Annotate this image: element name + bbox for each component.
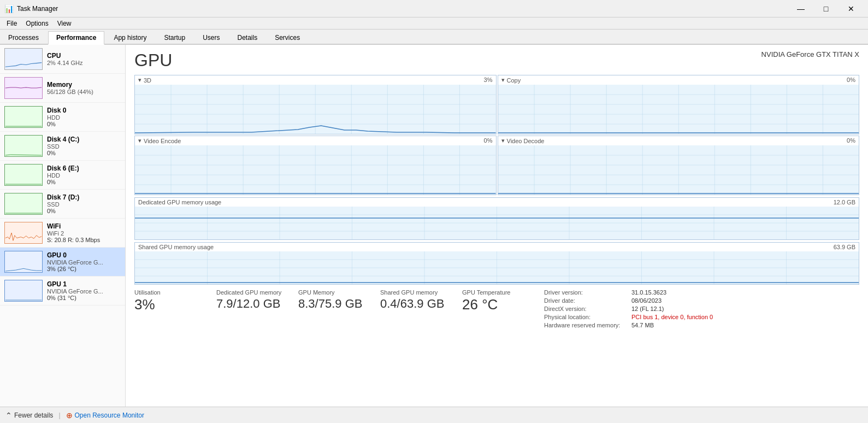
separator: | (58, 412, 60, 419)
sidebar-item-cpu[interactable]: CPU 2% 4.14 GHz (0, 45, 125, 74)
menu-view[interactable]: View (53, 19, 76, 28)
chart-shared-header: Shared GPU memory usage 63.9 GB (135, 243, 859, 251)
chart-copy-value: 0% (847, 77, 855, 84)
dedicated-gpu-mem-value: 7.9/12.0 GB (216, 297, 282, 311)
disk7-label: Disk 7 (D:) (47, 193, 121, 201)
chart-video-encode-canvas (135, 145, 496, 195)
physical-location-value: PCI bus 1, device 0, function 0 (631, 314, 713, 320)
chart-3d: ▾ 3D 3% (134, 75, 497, 134)
memory-sub: 56/128 GB (44%) (47, 89, 121, 95)
gpu0-val: 3% (26 °C) (47, 266, 121, 272)
tab-apphistory[interactable]: App history (105, 31, 155, 44)
chevron-up-icon: ⌃ (5, 411, 12, 420)
tab-performance[interactable]: Performance (48, 31, 104, 45)
shared-gpu-mem-value: 0.4/63.9 GB (380, 297, 446, 311)
detail-header: GPU NVIDIA GeForce GTX TITAN X (134, 50, 859, 70)
sidebar-item-disk7[interactable]: Disk 7 (D:) SSD 0% (0, 190, 125, 219)
menu-options[interactable]: Options (21, 19, 52, 28)
chevron-down-icon-decode: ▾ (501, 137, 505, 144)
gpu-model: NVIDIA GeForce GTX TITAN X (761, 50, 859, 58)
driver-date-value: 08/06/2023 (631, 297, 662, 304)
chevron-down-icon-copy: ▾ (501, 77, 505, 84)
close-button[interactable]: ✕ (839, 0, 864, 17)
disk4-sub: SSD (47, 143, 121, 150)
chart-video-encode-header: ▾ Video Encode 0% (135, 136, 496, 145)
tab-details[interactable]: Details (229, 31, 265, 44)
disk0-info: Disk 0 HDD 0% (47, 107, 121, 127)
disk7-sub: SSD (47, 201, 121, 208)
chart-dedicated-canvas (135, 207, 859, 239)
tab-services[interactable]: Services (267, 31, 308, 44)
memory-label: Memory (47, 81, 121, 89)
sidebar-item-wifi[interactable]: WiFi WiFi 2 S: 20.8 R: 0.3 Mbps (0, 219, 125, 248)
chart-copy: ▾ Copy 0% (498, 75, 860, 134)
disk7-info: Disk 7 (D:) SSD 0% (47, 193, 121, 214)
driver-version-row: Driver version: 31.0.15.3623 (544, 289, 713, 296)
open-resource-monitor-link[interactable]: ⊕ Open Resource Monitor (66, 411, 144, 420)
cpu-sub: 2% 4.14 GHz (47, 60, 121, 66)
main-content: CPU 2% 4.14 GHz Memory 56/128 GB (44%) D… (0, 45, 868, 407)
hw-reserved-row: Hardware reserved memory: 54.7 MB (544, 322, 713, 328)
wifi-info: WiFi WiFi 2 S: 20.8 R: 0.3 Mbps (47, 222, 121, 243)
tabs-bar: Processes Performance App history Startu… (0, 30, 868, 45)
driver-date-row: Driver date: 08/06/2023 (544, 297, 713, 304)
disk6-thumbnail (4, 164, 43, 186)
disk6-val: 0% (47, 179, 121, 185)
menu-file[interactable]: File (2, 19, 21, 28)
app-title: Task Manager (17, 5, 58, 13)
sidebar-item-gpu1[interactable]: GPU 1 NVIDIA GeForce G... 0% (31 °C) (0, 277, 125, 306)
info-block: Driver version: 31.0.15.3623 Driver date… (544, 289, 713, 330)
wifi-thumbnail (4, 222, 43, 244)
chart-video-encode-label: Video Encode (144, 138, 181, 144)
chart-3d-value: 3% (484, 77, 493, 84)
chart-copy-header: ▾ Copy 0% (498, 75, 859, 85)
maximize-button[interactable]: □ (813, 0, 839, 17)
title-bar-left: 📊 Task Manager (4, 4, 58, 13)
detail-panel: GPU NVIDIA GeForce GTX TITAN X ▾ 3D 3% (126, 45, 868, 407)
chart-shared-max: 63.9 GB (834, 244, 855, 250)
utilisation-label: Utilisation (134, 289, 200, 296)
sidebar-item-disk4[interactable]: Disk 4 (C:) SSD 0% (0, 132, 125, 161)
gpu0-thumbnail (4, 251, 43, 273)
window-controls: — □ ✕ (788, 0, 864, 17)
gpu-memory-value: 8.3/75.9 GB (298, 297, 364, 311)
charts-grid: ▾ 3D 3% (134, 75, 859, 195)
sidebar-item-disk0[interactable]: Disk 0 HDD 0% (0, 103, 125, 132)
disk0-val: 0% (47, 121, 121, 127)
chart-shared-memory: Shared GPU memory usage 63.9 GB (134, 242, 859, 285)
chart-shared-label: Shared GPU memory usage (138, 244, 214, 250)
chart-video-decode-header: ▾ Video Decode 0% (498, 136, 859, 145)
sidebar-item-disk6[interactable]: Disk 6 (E:) HDD 0% (0, 161, 125, 190)
cpu-thumbnail (4, 48, 43, 70)
gpu1-info: GPU 1 NVIDIA GeForce G... 0% (31 °C) (47, 280, 121, 301)
dedicated-gpu-mem-block: Dedicated GPU memory 7.9/12.0 GB (216, 289, 282, 311)
chart-video-encode: ▾ Video Encode 0% (134, 136, 497, 195)
dedicated-gpu-mem-label: Dedicated GPU memory (216, 289, 282, 296)
chart-video-decode-label: Video Decode (507, 138, 545, 144)
physical-location-row: Physical location: PCI bus 1, device 0, … (544, 314, 713, 320)
shared-gpu-mem-label: Shared GPU memory (380, 289, 446, 296)
wifi-val: S: 20.8 R: 0.3 Mbps (47, 237, 121, 243)
disk4-label: Disk 4 (C:) (47, 136, 121, 143)
sidebar-item-memory[interactable]: Memory 56/128 GB (44%) (0, 74, 125, 103)
chart-dedicated-max: 12.0 GB (834, 199, 855, 205)
gpu1-thumbnail (4, 280, 43, 302)
chart-3d-header: ▾ 3D 3% (135, 75, 496, 85)
chart-dedicated-header: Dedicated GPU memory usage 12.0 GB (135, 198, 859, 207)
gpu0-label: GPU 0 (47, 251, 121, 259)
utilisation-value: 3% (134, 297, 200, 313)
tab-users[interactable]: Users (194, 31, 228, 44)
disk7-val: 0% (47, 208, 121, 214)
chart-3d-canvas (135, 85, 496, 134)
chart-shared-canvas (135, 251, 859, 284)
tab-processes[interactable]: Processes (0, 31, 47, 44)
chart-dedicated-memory: Dedicated GPU memory usage 12.0 GB (134, 197, 859, 240)
utilisation-block: Utilisation 3% (134, 289, 200, 313)
minimize-button[interactable]: — (788, 0, 813, 17)
sidebar-item-gpu0[interactable]: GPU 0 NVIDIA GeForce G... 3% (26 °C) (0, 248, 125, 277)
gpu1-label: GPU 1 (47, 280, 121, 288)
tab-startup[interactable]: Startup (156, 31, 193, 44)
fewer-details-button[interactable]: ⌃ Fewer details (5, 411, 53, 420)
monitor-icon: ⊕ (66, 411, 73, 420)
memory-thumbnail (4, 77, 43, 99)
